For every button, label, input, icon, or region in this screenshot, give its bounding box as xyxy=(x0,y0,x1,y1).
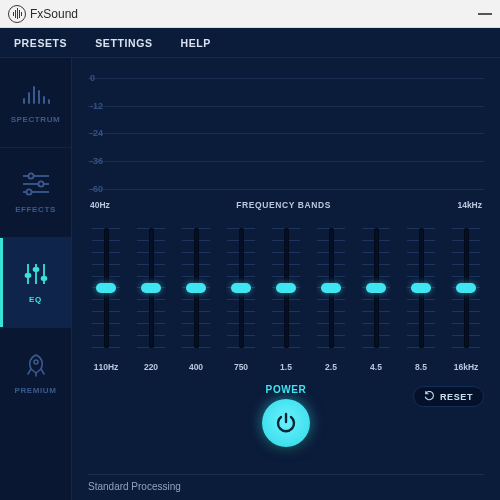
svg-rect-13 xyxy=(25,274,30,277)
band-frequency-label: 4.5 xyxy=(370,362,382,372)
slider-track xyxy=(149,228,154,348)
top-menu: PRESETS SETTINGS HELP xyxy=(0,28,500,58)
band-frequency-label: 2.5 xyxy=(325,362,337,372)
eq-band-slider[interactable]: 1.5 xyxy=(268,222,304,374)
eq-band-slider[interactable]: 2.5 xyxy=(313,222,349,374)
svg-point-11 xyxy=(26,189,31,194)
eq-band-slider[interactable]: 4.5 xyxy=(358,222,394,374)
power-icon xyxy=(274,411,298,435)
menu-presets[interactable]: PRESETS xyxy=(14,37,67,49)
eq-sliders-icon xyxy=(21,261,51,287)
sidebar-item-effects[interactable]: EFFECTS xyxy=(0,148,71,238)
eq-band-slider[interactable]: 750 xyxy=(223,222,259,374)
slider-track xyxy=(239,228,244,348)
sidebar-item-label: SPECTRUM xyxy=(11,115,61,124)
spectrum-icon xyxy=(21,81,51,107)
eq-band-slider[interactable]: 220 xyxy=(133,222,169,374)
svg-point-9 xyxy=(38,181,43,186)
band-frequency-label: 1.5 xyxy=(280,362,292,372)
slider-track xyxy=(464,228,469,348)
frequency-header: 40Hz FREQUENCY BANDS 14kHz xyxy=(88,196,484,214)
slider-thumb[interactable] xyxy=(141,283,161,293)
slider-track xyxy=(284,228,289,348)
power-button[interactable] xyxy=(262,399,310,447)
slider-track-wrap xyxy=(403,222,439,354)
db-tick: -60 xyxy=(90,184,103,194)
slider-track xyxy=(419,228,424,348)
power-row: POWER RESET xyxy=(88,384,484,474)
svg-rect-15 xyxy=(33,268,38,271)
freq-range-high: 14kHz xyxy=(457,200,482,210)
slider-track-wrap xyxy=(88,222,124,354)
db-scale: 0 -12 -24 -36 -60 xyxy=(88,68,484,190)
band-frequency-label: 220 xyxy=(144,362,158,372)
eq-band-slider[interactable]: 8.5 xyxy=(403,222,439,374)
slider-thumb[interactable] xyxy=(321,283,341,293)
eq-band-slider[interactable]: 400 xyxy=(178,222,214,374)
slider-track xyxy=(194,228,199,348)
svg-point-18 xyxy=(34,360,38,364)
band-frequency-label: 110Hz xyxy=(94,362,119,372)
eq-sliders: 110Hz2204007501.52.54.58.516kHz xyxy=(88,214,484,374)
slider-thumb[interactable] xyxy=(456,283,476,293)
db-tick: -36 xyxy=(90,156,103,166)
app-logo: FxSound xyxy=(8,5,78,23)
sidebar: SPECTRUM EFFECTS xyxy=(0,58,72,500)
sidebar-item-spectrum[interactable]: SPECTRUM xyxy=(0,58,71,148)
equalizer-circle-icon xyxy=(8,5,26,23)
band-frequency-label: 400 xyxy=(189,362,203,372)
db-tick: 0 xyxy=(90,73,95,83)
slider-track-wrap xyxy=(268,222,304,354)
eq-band-slider[interactable]: 16kHz xyxy=(448,222,484,374)
rocket-icon xyxy=(21,352,51,378)
app-name: FxSound xyxy=(30,7,78,21)
status-text: Standard Processing xyxy=(88,474,484,492)
sidebar-item-label: EQ xyxy=(29,295,42,304)
db-tick: -24 xyxy=(90,128,103,138)
titlebar: FxSound xyxy=(0,0,500,28)
band-frequency-label: 750 xyxy=(234,362,248,372)
eq-band-slider[interactable]: 110Hz xyxy=(88,222,124,374)
db-tick: -12 xyxy=(90,101,103,111)
band-frequency-label: 16kHz xyxy=(454,362,479,372)
reset-label: RESET xyxy=(440,392,473,402)
slider-track-wrap xyxy=(448,222,484,354)
sidebar-item-eq[interactable]: EQ xyxy=(0,238,71,328)
slider-track-wrap xyxy=(223,222,259,354)
svg-rect-17 xyxy=(41,277,46,280)
slider-thumb[interactable] xyxy=(186,283,206,293)
svg-point-7 xyxy=(28,173,33,178)
refresh-icon xyxy=(424,391,435,402)
slider-track-wrap xyxy=(313,222,349,354)
sidebar-item-premium[interactable]: PREMIUM xyxy=(0,328,71,418)
reset-button[interactable]: RESET xyxy=(413,386,484,407)
sliders-horizontal-icon xyxy=(21,171,51,197)
slider-track-wrap xyxy=(178,222,214,354)
slider-thumb[interactable] xyxy=(366,283,386,293)
slider-thumb[interactable] xyxy=(96,283,116,293)
slider-track xyxy=(329,228,334,348)
minimize-icon[interactable] xyxy=(478,13,492,15)
eq-panel: 0 -12 -24 -36 -60 40Hz FREQUENCY BANDS 1… xyxy=(72,58,500,500)
band-frequency-label: 8.5 xyxy=(415,362,427,372)
slider-thumb[interactable] xyxy=(276,283,296,293)
slider-thumb[interactable] xyxy=(411,283,431,293)
slider-track-wrap xyxy=(358,222,394,354)
power-label: POWER xyxy=(266,384,307,395)
freq-bands-title: FREQUENCY BANDS xyxy=(236,200,331,210)
sidebar-item-label: EFFECTS xyxy=(15,205,56,214)
menu-settings[interactable]: SETTINGS xyxy=(95,37,152,49)
slider-track xyxy=(374,228,379,348)
menu-help[interactable]: HELP xyxy=(181,37,211,49)
slider-track-wrap xyxy=(133,222,169,354)
slider-track xyxy=(104,228,109,348)
slider-thumb[interactable] xyxy=(231,283,251,293)
sidebar-item-label: PREMIUM xyxy=(15,386,57,395)
freq-range-low: 40Hz xyxy=(90,200,110,210)
